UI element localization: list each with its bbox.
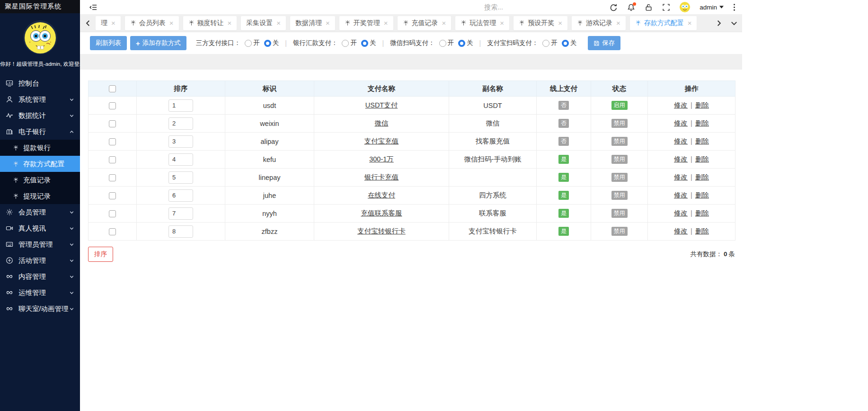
refresh-list-button[interactable]: 刷新列表 [90,36,127,50]
close-icon[interactable]: × [558,19,562,27]
radio-option-off[interactable]: 关 [458,39,473,47]
sidebar-item-system-manage[interactable]: 系统管理 [0,91,80,107]
radio-option-on[interactable]: 开 [342,39,357,47]
delete-link[interactable]: 删除 [695,101,709,109]
user-menu[interactable]: admin [700,4,724,11]
pay-name-link[interactable]: 支付宝充值 [364,137,399,145]
sidebar-item-activity-manage[interactable]: 活动管理 [0,252,80,268]
lock-icon[interactable] [645,3,653,11]
fullscreen-icon[interactable] [662,3,670,11]
sidebar-subitem-withdraw-records[interactable]: 提现记录 [0,188,80,204]
sidebar-item-member-manage[interactable]: 会员管理 [0,204,80,220]
sidebar-item-live-video[interactable]: 真人视讯 [0,220,80,236]
row-checkbox[interactable] [109,192,116,199]
tab-game-records[interactable]: 游戏记录× [572,16,626,30]
order-input[interactable] [168,153,193,166]
delete-link[interactable]: 删除 [695,155,709,163]
pay-name-link[interactable]: 支付宝转银行卡 [357,227,406,235]
delete-link[interactable]: 删除 [695,227,709,235]
delete-link[interactable]: 删除 [695,191,709,199]
sidebar-item-data-stats[interactable]: 数据统计 [0,107,80,124]
select-all-checkbox[interactable] [109,85,116,92]
edit-link[interactable]: 修改 [674,227,688,235]
close-icon[interactable]: × [442,19,446,27]
sidebar-item-content-manage[interactable]: 内容管理 [0,268,80,285]
delete-link[interactable]: 删除 [695,119,709,127]
tab-scroll-left-icon[interactable] [85,20,91,27]
row-checkbox[interactable] [109,174,116,181]
tab-play-manage[interactable]: 玩法管理× [455,16,509,30]
order-input[interactable] [168,189,193,202]
order-input[interactable] [168,171,193,184]
order-input[interactable] [168,99,193,112]
pay-name-link[interactable]: 300-1万 [369,155,394,163]
user-avatar[interactable] [680,2,690,12]
close-icon[interactable]: × [384,19,388,27]
sidebar-subitem-withdraw-bank[interactable]: 提款银行 [0,140,80,156]
row-checkbox[interactable] [109,210,116,217]
sidebar-subitem-deposit-method-config[interactable]: 存款方式配置 [0,156,80,172]
edit-link[interactable]: 修改 [674,209,688,217]
close-icon[interactable]: × [688,19,692,27]
sidebar-item-e-bank[interactable]: 电子银行 [0,124,80,140]
pay-name-link[interactable]: USDT支付 [365,101,398,109]
close-icon[interactable]: × [326,19,330,27]
order-input[interactable] [168,207,193,220]
edit-link[interactable]: 修改 [674,137,688,145]
radio-option-off[interactable]: 关 [562,39,577,47]
close-icon[interactable]: × [111,19,115,27]
add-deposit-method-button[interactable]: + 添加存款方式 [130,36,186,50]
pay-name-link[interactable]: 银行卡充值 [364,173,399,181]
tab-collect-settings[interactable]: 采集设置× [241,16,286,30]
tab-quota-transfer[interactable]: 额度转让× [183,16,237,30]
tab-preset-lottery[interactable]: 预设开奖× [514,16,567,30]
row-checkbox[interactable] [109,120,116,127]
edit-link[interactable]: 修改 [674,173,688,181]
save-button[interactable]: 保存 [588,36,620,50]
edit-link[interactable]: 修改 [674,155,688,163]
edit-link[interactable]: 修改 [674,119,688,127]
row-checkbox[interactable] [109,102,116,109]
row-checkbox[interactable] [109,228,116,235]
row-checkbox[interactable] [109,138,116,145]
more-options-icon[interactable] [733,3,735,11]
tab-scroll-right-icon[interactable] [716,20,722,27]
avatar[interactable] [23,20,57,54]
order-input[interactable] [168,225,193,238]
pay-name-link[interactable]: 在线支付 [368,191,395,199]
radio-option-off[interactable]: 关 [264,39,279,47]
close-icon[interactable]: × [616,19,620,27]
sidebar-item-admin-manage[interactable]: 管理员管理 [0,236,80,252]
sidebar-item-chatroom-manage[interactable]: 聊天室/动画管理 [0,301,80,317]
delete-link[interactable]: 删除 [695,209,709,217]
tab-member-list[interactable]: 会员列表× [125,16,179,30]
radio-option-on[interactable]: 开 [245,39,260,47]
pay-name-link[interactable]: 微信 [375,119,389,127]
radio-option-off[interactable]: 关 [361,39,376,47]
order-input[interactable] [168,117,193,130]
radio-option-on[interactable]: 开 [439,39,454,47]
edit-link[interactable]: 修改 [674,191,688,199]
row-checkbox[interactable] [109,156,116,163]
sort-button[interactable]: 排序 [88,247,113,262]
tab-lottery-manage[interactable]: 开奖管理× [339,16,393,30]
delete-link[interactable]: 删除 [695,137,709,145]
collapse-sidebar-icon[interactable] [89,3,97,11]
radio-option-on[interactable]: 开 [542,39,558,47]
refresh-icon[interactable] [610,3,618,11]
tab-deposit-method-config[interactable]: 存款方式配置× [630,16,697,30]
edit-link[interactable]: 修改 [674,101,688,109]
tab-recharge-records[interactable]: 充值记录× [398,16,452,30]
sidebar-item-ops-manage[interactable]: 运维管理 [0,285,80,301]
notification-bell-icon[interactable] [627,3,635,11]
pay-name-link[interactable]: 充值联系客服 [361,209,402,217]
close-icon[interactable]: × [276,19,281,27]
sidebar-item-console[interactable]: 控制台 [0,75,80,91]
order-input[interactable] [168,135,193,148]
delete-link[interactable]: 删除 [695,173,709,181]
sidebar-subitem-recharge-records[interactable]: 充值记录 [0,172,80,188]
tab-li[interactable]: 理× [96,16,121,30]
tab-data-cleanup[interactable]: 数据清理× [290,16,335,30]
close-icon[interactable]: × [228,19,232,27]
tab-menu-icon[interactable] [731,20,737,27]
